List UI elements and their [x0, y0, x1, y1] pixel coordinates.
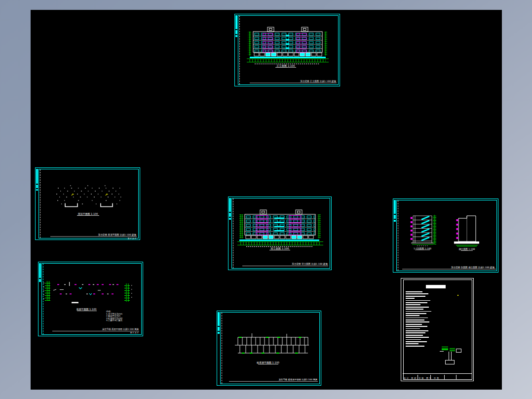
standard-plan-drawing: 标准层平面图 1:100 某住宅楼 标准层平面图 比例1:100 建施 — [217, 311, 321, 385]
titleblock-text: 某住宅楼 剖面图 侧立面图 比例1:100 建施 — [451, 266, 494, 269]
base-band — [239, 239, 319, 241]
sheet-back-elevation[interactable]: 背立面图 1:100 某住宅楼 背立面图 比例1:100 建施 — [228, 197, 332, 270]
plan-notes: 说明: 1.尺寸单位为mm 2.标高单位为m 3.砖墙厚均为240 4.门窗详见… — [106, 310, 122, 322]
sheet-roof-plan[interactable]: 屋顶平面图 1:100 某住宅楼 屋顶平面图 比例1:100 建施 第 张 共 … — [35, 167, 140, 240]
plan-wall-marks — [64, 282, 114, 303]
roof-bulkheads — [260, 210, 302, 214]
right-dim-ladder — [317, 214, 321, 239]
drawing-title: 正立面图 1:100 — [276, 64, 295, 67]
yellow-point-marker — [457, 295, 458, 296]
titleblock-text: 某住宅楼 屋顶平面图 比例1:100 建施 — [98, 233, 137, 237]
section-balcony-marks — [411, 217, 413, 240]
drawing-title: 标准层平面图 1:100 — [256, 361, 279, 364]
titleblock-subtext: 第 张 共 张 — [130, 332, 139, 334]
plan-white-lines — [53, 289, 101, 290]
titleblock-text: 某住宅楼 正立面图 比例1:100 建施 — [300, 80, 336, 83]
left-dim-ladder — [248, 32, 251, 56]
cyan-symbols — [79, 287, 92, 295]
side-elevation: 侧立面图 1:100 — [454, 216, 479, 251]
scatter-marks — [56, 186, 121, 204]
section-title: 1-1剖面图 1:100 — [414, 247, 431, 250]
door-swing-marks — [57, 284, 118, 295]
left-dim-ladder — [239, 214, 243, 239]
sheet-ground-plan[interactable]: 底层平面图 1:100 说明: 1.尺寸单位为mm 2.标高单位为m 3.砖墙厚… — [38, 262, 143, 336]
sheet-general-notes[interactable]: 建筑设计总说明 — [401, 278, 474, 381]
ground-dimension-lines — [247, 59, 329, 64]
stair-u-brackets — [65, 203, 113, 207]
titleblock-text: 设计 校对 审核 图号 日期 — [404, 377, 471, 379]
titleblock-text: 某住宅楼 背立面图 比例1:100 建施 — [292, 262, 328, 266]
section-drawing: 1-1剖面图 1:100 侧立面图 1:100 某住宅楼 剖面图 侧立面图 比例… — [393, 199, 498, 272]
drawing-canvas[interactable]: 正立面图 1:100 某住宅楼 正立面图 比例1:100 建施 屋顶平面图 1:… — [31, 10, 502, 390]
back-elevation-drawing: 背立面图 1:100 某住宅楼 背立面图 比例1:100 建施 — [228, 197, 331, 270]
svg-text:4.门窗详见门窗表: 4.门窗详见门窗表 — [106, 319, 122, 322]
drawing-title: 底层平面图 1:100 — [76, 308, 97, 311]
drawing-title: 背立面图 1:100 — [270, 247, 289, 250]
base-band — [250, 57, 326, 58]
notes-heading-bar: 建筑设计总说明 — [426, 285, 446, 288]
roof-bulkheads — [267, 27, 308, 32]
right-dim-ladder — [324, 32, 327, 56]
sheet-standard-plan[interactable]: 标准层平面图 1:100 某住宅楼 标准层平面图 比例1:100 建施 — [217, 311, 321, 386]
side-balcony-marks — [456, 219, 458, 239]
titleblock-subtext: 第 张 共 张 — [128, 238, 137, 239]
drawing-title: 屋顶平面图 1:100 — [78, 212, 98, 216]
sheet-section-side-elevation[interactable]: 1-1剖面图 1:100 侧立面图 1:100 某住宅楼 剖面图 侧立面图 比例… — [393, 199, 498, 273]
shopfront-row — [254, 53, 322, 56]
shopfront-row — [246, 236, 313, 239]
titleblock-text: 某住宅楼 底层平面图 比例1:100 建施 — [102, 328, 139, 331]
right-dim-ladder — [124, 283, 132, 302]
left-dim-ladder — [43, 281, 50, 301]
ground-dimension-lines — [237, 242, 323, 247]
sheet-front-elevation[interactable]: 正立面图 1:100 某住宅楼 正立面图 比例1:100 建施 — [234, 14, 340, 86]
ground-plan-drawing: 底层平面图 1:100 说明: 1.尺寸单位为mm 2.标高单位为m 3.砖墙厚… — [38, 262, 143, 336]
front-elevation-drawing: 正立面图 1:100 某住宅楼 正立面图 比例1:100 建施 — [235, 14, 340, 86]
wall-grid — [235, 333, 309, 353]
side-title: 侧立面图 1:100 — [458, 247, 475, 251]
titleblock-text: 某住宅楼 标准层平面图 比例1:100 建施 — [279, 378, 318, 381]
building-section: 1-1剖面图 1:100 — [411, 215, 436, 250]
roof-plan-drawing: 屋顶平面图 1:100 某住宅楼 屋顶平面图 比例1:100 建施 第 张 共 … — [36, 168, 140, 239]
sheet-titleblock: 设计 校对 审核 图号 日期 — [403, 373, 472, 380]
base-slab — [454, 241, 479, 244]
notes-text-lines — [406, 291, 441, 348]
section-dim-ladder — [433, 215, 436, 244]
